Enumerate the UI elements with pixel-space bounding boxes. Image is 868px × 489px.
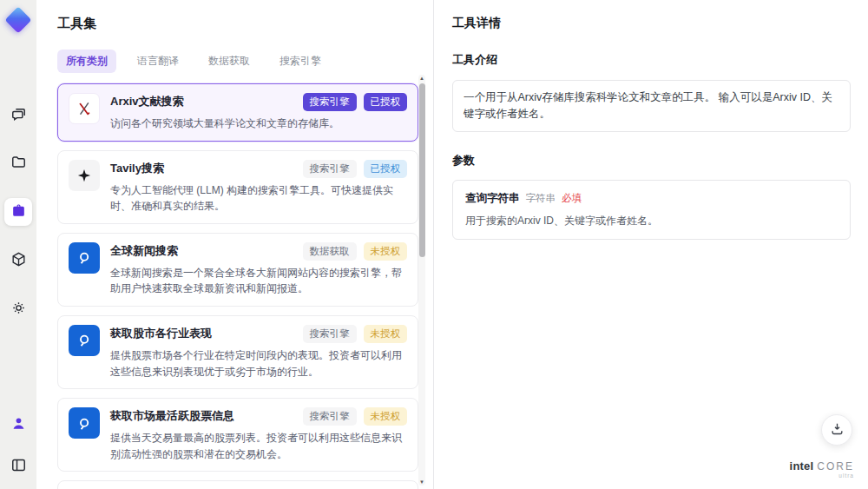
gem-logo-icon [4,6,31,33]
parameter-required-badge: 必填 [562,192,582,205]
page-title: 工具集 [57,16,433,32]
tool-list-panel: 工具集 所有类别语言翻译数据获取搜索引擎 Arxiv文献搜索 搜索引擎 已授权 … [36,0,434,489]
category-tab-3[interactable]: 搜索引擎 [271,50,330,73]
sidebar-item-toolbox[interactable] [4,198,32,226]
sidebar-item-files[interactable] [4,149,32,177]
category-badge: 搜索引擎 [303,407,357,426]
category-badge: 数据获取 [303,242,357,261]
tool-name: Tavily搜索 [110,160,164,176]
tavily-star-icon [69,160,100,191]
briefcase-icon [10,202,27,222]
tool-description: 提供当天交易量最高的股票列表。投资者可以利用这些信息来识别流动性强的股票和潜在的… [110,430,407,462]
panel-layout-icon [10,457,27,477]
tool-description: 访问各个研究领域大量科学论文和文章的存储库。 [110,116,407,132]
arxiv-icon [69,93,100,124]
tool-intro-text: 一个用于从Arxiv存储库搜索科学论文和文章的工具。 输入可以是Arxiv ID… [452,80,851,132]
tool-card[interactable]: 全球新闻搜索 数据获取 未授权 全球新闻搜索是一个聚合全球各大新闻网站内容的搜索… [57,233,418,307]
category-tabs: 所有类别语言翻译数据获取搜索引擎 [57,50,433,73]
category-tab-1[interactable]: 语言翻译 [128,50,187,73]
category-tab-2[interactable]: 数据获取 [200,50,259,73]
category-tab-0[interactable]: 所有类别 [57,50,116,73]
auth-status-badge: 未授权 [364,242,408,261]
scroll-up-arrow-icon[interactable]: ▲ [418,75,425,82]
auth-status-badge: 已授权 [364,160,408,178]
folder-icon [10,154,27,174]
auth-status-badge: 未授权 [364,407,408,426]
sidebar-item-chat[interactable] [4,101,32,129]
user-icon [10,415,27,435]
cube-icon [10,251,27,271]
ultra-brand-text: ultra [790,473,854,479]
nav-rail [0,0,36,489]
auth-status-badge: 已授权 [364,93,408,111]
tool-card[interactable]: Arxiv文献搜索 搜索引擎 已授权 访问各个研究领域大量科学论文和文章的存储库… [57,83,418,142]
parameter-name: 查询字符串 [465,191,520,206]
tool-description: 专为人工智能代理 (LLM) 构建的搜索引擎工具。可快速提供实时、准确和真实的结… [110,182,407,215]
user-avatar-button[interactable] [4,411,32,439]
download-button[interactable] [821,414,852,446]
tool-card[interactable]: Tavily搜索 搜索引擎 已授权 专为人工智能代理 (LLM) 构建的搜索引擎… [57,150,418,224]
gear-icon [10,300,27,320]
chat-icon [10,105,27,125]
params-heading: 参数 [452,153,851,169]
rail-nav [4,101,32,323]
category-badge: 搜索引擎 [303,160,357,178]
core-brand-text: CORE [817,461,854,472]
category-badge: 搜索引擎 [303,93,357,111]
app-logo [5,7,31,33]
tool-name: Arxiv文献搜索 [110,93,184,109]
intel-brand-text: intel [790,460,814,472]
parameter-description: 用于搜索的Arxiv ID、关键字或作者姓名。 [465,214,838,228]
tool-card[interactable]: 获取市场最活跃股票信息 搜索引擎 未授权 提供当天交易量最高的股票列表。投资者可… [57,398,418,472]
tool-description: 全球新闻搜索是一个聚合全球各大新闻网站内容的搜索引擎，帮助用户快速获取全球最新资… [110,265,407,297]
parameter-header: 查询字符串 字符串 必填 [465,191,838,206]
news-search-icon [69,407,100,439]
collapse-sidebar-button[interactable] [4,453,32,480]
scroll-down-arrow-icon[interactable]: ▼ [418,479,425,486]
tool-name: 获取市场最活跃股票信息 [110,407,234,424]
tool-list: Arxiv文献搜索 搜索引擎 已授权 访问各个研究领域大量科学论文和文章的存储库… [57,83,418,489]
tool-card[interactable]: 获取股市各行业表现 搜索引擎 未授权 提供股票市场各个行业在特定时间段内的表现。… [57,315,418,389]
tool-card[interactable]: 万维地区新闻查询 搜索引擎 未授权 查询具体行政区划内的新闻，快速了解各地新闻动 [57,480,418,489]
details-title: 工具详情 [452,16,851,31]
list-scrollbar[interactable]: ▲ ▼ [418,75,425,486]
tool-details-panel: 工具详情 工具介绍 一个用于从Arxiv存储库搜索科学论文和文章的工具。 输入可… [435,0,868,489]
sidebar-item-settings[interactable] [4,295,32,323]
intro-heading: 工具介绍 [452,52,851,68]
news-search-icon [69,242,100,274]
tool-name: 全球新闻搜索 [110,242,178,259]
tool-name: 获取股市各行业表现 [110,325,212,341]
auth-status-badge: 未授权 [364,325,408,343]
tool-description: 提供股票市场各个行业在特定时间段内的表现。投资者可以利用这些信息来识别表现优于或… [110,347,407,380]
rail-bottom [4,411,32,480]
parameter-card: 查询字符串 字符串 必填 用于搜索的Arxiv ID、关键字或作者姓名。 [452,180,851,240]
category-badge: 搜索引擎 [303,325,357,343]
scrollbar-thumb[interactable] [419,83,425,257]
sidebar-item-models[interactable] [4,247,32,274]
intel-core-logo: intel CORE ultra [790,460,854,479]
parameter-type: 字符串 [526,192,556,205]
download-icon [830,421,845,439]
news-search-icon [69,325,100,356]
